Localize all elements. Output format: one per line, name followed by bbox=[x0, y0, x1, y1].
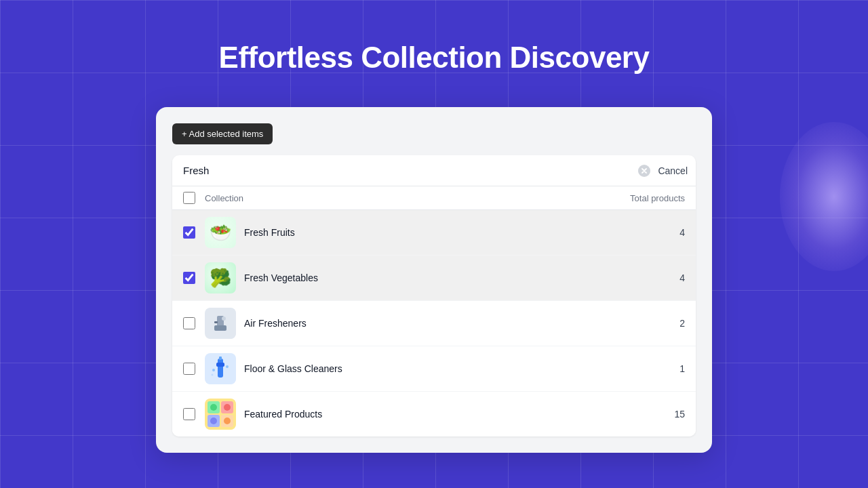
cancel-button[interactable]: Cancel bbox=[658, 163, 688, 179]
row-checkbox-featured-products[interactable] bbox=[183, 408, 195, 420]
collection-name-fresh-vegetables: Fresh Vegetables bbox=[244, 272, 669, 283]
row-checkbox-floor-cleaners[interactable] bbox=[183, 363, 195, 375]
svg-rect-7 bbox=[218, 359, 223, 378]
svg-point-5 bbox=[222, 317, 226, 321]
collection-count-floor-cleaners: 1 bbox=[669, 363, 685, 374]
clear-icon[interactable] bbox=[637, 164, 651, 178]
search-input[interactable] bbox=[180, 155, 637, 186]
svg-rect-4 bbox=[214, 325, 226, 331]
svg-rect-8 bbox=[216, 363, 224, 367]
collection-count-fresh-vegetables: 4 bbox=[669, 272, 685, 283]
column-total-header: Total products bbox=[630, 193, 685, 203]
table-row: Floor & Glass Cleaners 1 bbox=[172, 346, 696, 392]
main-container: Effortless Collection Discovery + Add se… bbox=[0, 0, 868, 488]
svg-point-21 bbox=[224, 418, 231, 424]
table-row: Air Fresheners 2 bbox=[172, 301, 696, 346]
collection-image-air-fresheners bbox=[205, 308, 236, 339]
svg-point-18 bbox=[210, 404, 217, 411]
collection-name-floor-cleaners: Floor & Glass Cleaners bbox=[244, 363, 669, 374]
svg-point-19 bbox=[224, 404, 231, 411]
select-all-checkbox[interactable] bbox=[183, 192, 195, 204]
svg-point-12 bbox=[212, 374, 214, 376]
collection-count-air-fresheners: 2 bbox=[669, 318, 685, 329]
collection-name-air-fresheners: Air Fresheners bbox=[244, 318, 669, 329]
collection-name-fresh-fruits: Fresh Fruits bbox=[244, 227, 669, 238]
collection-image-fresh-vegetables: 🥦 bbox=[205, 262, 236, 293]
svg-rect-9 bbox=[219, 357, 222, 360]
table-row: 🥗 Fresh Fruits 4 bbox=[172, 210, 696, 256]
collection-name-featured-products: Featured Products bbox=[244, 409, 669, 420]
table-header: Collection Total products bbox=[172, 186, 696, 210]
row-checkbox-fresh-vegetables[interactable] bbox=[183, 272, 195, 284]
collection-count-featured-products: 15 bbox=[669, 409, 685, 420]
column-collection-header: Collection bbox=[205, 193, 630, 203]
search-container: Cancel Collection Total products 🥗 Fresh… bbox=[172, 155, 696, 436]
svg-point-20 bbox=[210, 418, 217, 424]
page-title: Effortless Collection Discovery bbox=[219, 41, 650, 75]
row-checkbox-fresh-fruits[interactable] bbox=[183, 226, 195, 239]
add-selected-button[interactable]: + Add selected items bbox=[172, 123, 273, 144]
collection-image-floor-cleaners bbox=[205, 353, 236, 384]
svg-point-11 bbox=[226, 365, 229, 368]
table-row: Featured Products 15 bbox=[172, 392, 696, 436]
svg-point-10 bbox=[212, 369, 215, 371]
collection-card: + Add selected items Cancel Collection T… bbox=[156, 107, 712, 453]
collection-count-fresh-fruits: 4 bbox=[669, 227, 685, 238]
collection-image-featured-products bbox=[205, 399, 236, 430]
table-row: 🥦 Fresh Vegetables 4 bbox=[172, 256, 696, 301]
svg-rect-3 bbox=[214, 321, 218, 323]
collection-image-fresh-fruits: 🥗 bbox=[205, 217, 236, 248]
search-bar: Cancel bbox=[172, 155, 696, 186]
row-checkbox-air-fresheners[interactable] bbox=[183, 317, 195, 329]
